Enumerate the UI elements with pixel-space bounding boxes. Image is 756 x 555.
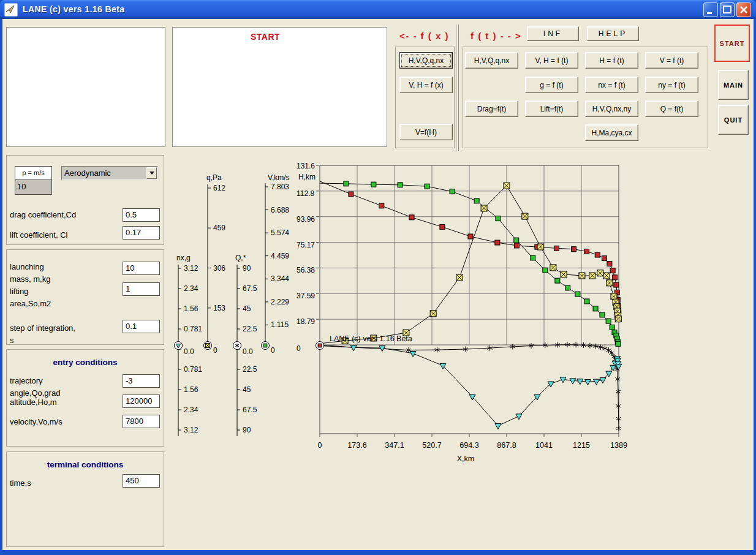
- ft-button-r1c3[interactable]: ny = f (t): [645, 77, 698, 93]
- output-panel-left: [6, 27, 165, 147]
- ft-button-r0c3[interactable]: V = f (t): [645, 52, 698, 69]
- time-label: time,s: [10, 477, 31, 489]
- lift-label: lift coefficient, Cl: [10, 229, 67, 241]
- ft-button-r3c2[interactable]: H,Ma,cya,cx: [585, 124, 638, 141]
- start-panel-label: START: [251, 32, 280, 42]
- alt-input[interactable]: 120000: [123, 395, 160, 408]
- ft-button-r2c1[interactable]: Lift=f(t): [525, 100, 578, 117]
- mass-input[interactable]: 10: [123, 262, 160, 275]
- entry-conditions-header: entry conditions: [7, 358, 164, 367]
- p-parameter-box: p = m/s 10: [15, 166, 52, 195]
- ft-button-r2c2[interactable]: H,V,Q,nx,ny: [585, 100, 638, 117]
- step-label: step of integration, s: [10, 322, 75, 346]
- lift-input[interactable]: 0.17: [123, 226, 160, 240]
- p-parameter-label: p = m/s: [15, 167, 51, 180]
- vertical-divider: [456, 25, 459, 151]
- ft-button-r0c2[interactable]: H = f (t): [585, 52, 638, 69]
- chevron-down-icon: [149, 172, 154, 175]
- area-input[interactable]: 1: [123, 282, 160, 296]
- ft-button-r1c1[interactable]: g = f (t): [525, 77, 578, 93]
- help-button[interactable]: HELP: [587, 26, 639, 41]
- dropdown-arrow-button[interactable]: [146, 167, 157, 179]
- ft-button-r1c2[interactable]: nx = f (t): [585, 77, 638, 93]
- app-icon: [4, 3, 18, 17]
- ft-button-r0c1[interactable]: V, H = f (t): [525, 52, 578, 69]
- alt-label: altitude,Ho,m: [10, 396, 57, 409]
- inf-button[interactable]: INF: [527, 26, 579, 41]
- ft-group-label: f ( t ) - - >: [471, 31, 521, 41]
- angle-input[interactable]: -3: [123, 374, 160, 388]
- output-panel-start: [172, 27, 387, 147]
- fx-button-2[interactable]: V=f(H): [399, 124, 453, 140]
- mode-dropdown[interactable]: Aerodynamic: [61, 166, 158, 180]
- vel-input[interactable]: 7800: [123, 415, 160, 428]
- step-input[interactable]: 0.1: [123, 320, 160, 333]
- drag-input[interactable]: 0.5: [123, 208, 160, 222]
- ft-button-r2c0[interactable]: Drag=f(t): [465, 100, 518, 117]
- minimize-button[interactable]: [703, 2, 718, 17]
- terminal-conditions-header: terminal conditions: [7, 460, 164, 469]
- vel-label: velocity,Vo,m/s: [10, 416, 62, 428]
- fx-button-1[interactable]: V, H = f (x): [399, 77, 453, 93]
- mode-dropdown-value: Aerodynamic: [62, 167, 157, 178]
- area-label: lifting area,So,m2: [10, 285, 51, 309]
- angle-label: trajectory angle,Qo,grad: [10, 375, 60, 399]
- ft-button-r2c3[interactable]: Q = f(t): [645, 100, 698, 117]
- p-parameter-value[interactable]: 10: [15, 180, 51, 194]
- main-button[interactable]: MAIN: [718, 70, 749, 100]
- mass-label: launching mass, m,kg: [10, 261, 50, 285]
- fx-button-0[interactable]: H,V,Q,q,nx: [399, 52, 453, 69]
- window-title: LANE (c) vers 1.16 Beta: [23, 4, 124, 14]
- fx-group-label: <- - f ( x ): [399, 31, 449, 41]
- start-button[interactable]: START: [714, 25, 750, 62]
- ft-button-r0c0[interactable]: H,V,Q,q,nx: [465, 52, 518, 69]
- maximize-button[interactable]: [720, 2, 735, 17]
- quit-button[interactable]: QUIT: [718, 105, 749, 135]
- time-input[interactable]: 450: [123, 474, 160, 488]
- drag-label: drag coefficient,Cd: [10, 209, 76, 221]
- close-button[interactable]: [736, 2, 751, 17]
- title-bar: LANE (c) vers 1.16 Beta: [0, 0, 756, 19]
